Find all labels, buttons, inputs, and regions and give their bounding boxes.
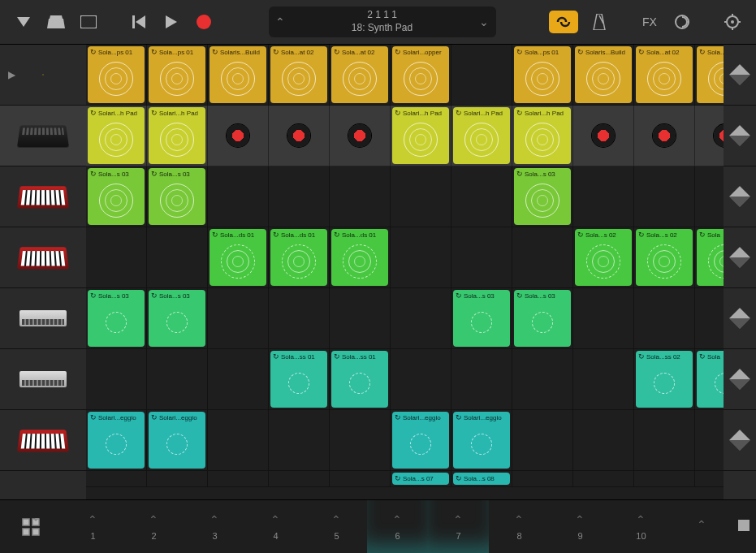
clip-cell[interactable]: Sola...ss 02 <box>636 351 693 408</box>
empty-cell[interactable] <box>208 471 269 487</box>
loop-browser-button[interactable] <box>671 11 693 33</box>
empty-cell[interactable] <box>391 288 451 349</box>
empty-cell[interactable] <box>86 471 147 487</box>
clip-cell[interactable]: Solari...eggio <box>453 412 510 469</box>
column-trigger[interactable]: ⌃8 <box>489 500 550 553</box>
lcd-next-icon[interactable]: ⌄ <box>479 15 489 28</box>
track-play-indicator[interactable]: ▶ <box>8 69 15 80</box>
empty-cell[interactable] <box>634 166 695 227</box>
fx-button[interactable]: FX <box>638 11 661 33</box>
scene-trigger[interactable] <box>724 45 756 106</box>
clip-cell[interactable]: Sola...s 03 <box>514 168 571 225</box>
column-trigger[interactable]: ⌃2 <box>123 500 184 553</box>
lcd-display[interactable]: ⌃ 2 1 1 1 18: Synth Pad ⌄ <box>269 6 496 37</box>
column-trigger[interactable]: ⌃6 <box>367 500 428 553</box>
empty-cell[interactable] <box>573 288 634 349</box>
empty-cell[interactable] <box>330 410 391 471</box>
clip-cell[interactable]: Sola...ds 01 <box>331 229 388 286</box>
empty-cell[interactable] <box>86 349 147 410</box>
empty-cell[interactable] <box>451 349 512 410</box>
scene-trigger[interactable] <box>724 288 756 349</box>
empty-cell[interactable] <box>451 166 512 227</box>
clip-cell[interactable]: Sola...s 03 <box>88 168 145 225</box>
track-header[interactable] <box>0 288 86 349</box>
clip-cell[interactable]: Solaris...Build <box>575 46 632 103</box>
empty-cell[interactable] <box>695 471 724 487</box>
track-header[interactable] <box>0 349 86 410</box>
empty-cell[interactable] <box>330 166 391 227</box>
empty-cell[interactable] <box>208 166 269 227</box>
empty-cell[interactable] <box>391 166 451 227</box>
scene-trigger[interactable] <box>724 166 756 227</box>
empty-cell[interactable] <box>86 227 147 288</box>
clip-cell[interactable]: Sola...s 02 <box>636 229 693 286</box>
empty-cell[interactable] <box>269 471 330 487</box>
empty-cell[interactable] <box>695 410 724 471</box>
scene-trigger[interactable] <box>724 227 756 288</box>
empty-cell[interactable] <box>634 410 695 471</box>
column-trigger[interactable]: ⌃10 <box>611 500 672 553</box>
empty-cell[interactable] <box>208 410 269 471</box>
lcd-prev-icon[interactable]: ⌃ <box>275 15 285 28</box>
empty-cell[interactable] <box>269 166 330 227</box>
track-header[interactable] <box>0 106 86 166</box>
metronome-button[interactable] <box>588 11 611 33</box>
track-header[interactable] <box>0 227 86 288</box>
clip-cell[interactable]: Solari...h Pad <box>514 107 571 164</box>
clip-cell[interactable]: Sola <box>697 229 724 286</box>
clip-cell[interactable]: Sola...ps 01 <box>149 46 205 103</box>
empty-cell[interactable] <box>208 349 269 410</box>
clip-cell[interactable]: Sola...ps 01 <box>88 46 145 103</box>
column-trigger[interactable]: ⌃9 <box>550 500 611 553</box>
scene-trigger[interactable] <box>724 106 756 166</box>
column-trigger[interactable]: ⌃3 <box>184 500 245 553</box>
clip-cell[interactable]: Sola <box>697 351 724 408</box>
clip-cell[interactable]: Sola...ps 01 <box>514 46 571 103</box>
clip-cell[interactable]: Sola...at 02 <box>636 46 693 103</box>
track-header[interactable]: ▶ <box>0 45 86 106</box>
clip-cell[interactable]: Solari...h Pad <box>453 107 510 164</box>
empty-cell[interactable] <box>147 471 208 487</box>
column-trigger[interactable]: ⌃ <box>672 500 732 553</box>
empty-record-slot[interactable] <box>210 107 266 164</box>
clip-cell[interactable]: Solari...h Pad <box>88 107 145 164</box>
notes-button[interactable] <box>77 11 100 33</box>
empty-cell[interactable] <box>208 288 269 349</box>
clip-cell[interactable]: Sola...at 02 <box>270 46 327 103</box>
empty-cell[interactable] <box>512 227 573 288</box>
empty-record-slot[interactable] <box>575 107 632 164</box>
empty-cell[interactable] <box>451 227 512 288</box>
empty-cell[interactable] <box>573 471 634 487</box>
clip-cell[interactable]: Sola...at 02 <box>697 46 724 103</box>
clip-cell[interactable]: Solaris...Build <box>210 46 266 103</box>
clip-cell[interactable]: Sola...s 02 <box>575 229 632 286</box>
loop-button[interactable] <box>549 11 578 33</box>
clip-cell[interactable]: Sola...ds 01 <box>270 229 327 286</box>
empty-record-slot[interactable] <box>697 107 724 164</box>
empty-record-slot[interactable] <box>331 107 388 164</box>
record-button[interactable] <box>192 11 215 33</box>
empty-cell[interactable] <box>147 227 208 288</box>
column-trigger[interactable]: ⌃4 <box>245 500 306 553</box>
stop-all-button[interactable] <box>738 520 750 534</box>
clip-cell[interactable]: Sola...s 08 <box>453 473 510 485</box>
play-button[interactable] <box>160 11 183 33</box>
scene-trigger[interactable] <box>724 349 756 410</box>
clip-cell[interactable]: Sola...ds 01 <box>210 229 266 286</box>
go-to-start-button[interactable] <box>127 11 150 33</box>
clip-cell[interactable]: Sola...at 02 <box>331 46 388 103</box>
library-button[interactable] <box>45 11 67 33</box>
empty-cell[interactable] <box>695 288 724 349</box>
clip-cell[interactable]: Sola...s 03 <box>453 290 510 347</box>
empty-cell[interactable] <box>512 410 573 471</box>
clip-cell[interactable]: Sola...s 03 <box>149 168 205 225</box>
clip-cell[interactable]: Solari...eggio <box>149 412 205 469</box>
track-header[interactable] <box>0 166 86 227</box>
empty-cell[interactable] <box>330 471 391 487</box>
empty-cell[interactable] <box>269 410 330 471</box>
empty-cell[interactable] <box>512 471 573 487</box>
empty-cell[interactable] <box>512 349 573 410</box>
scene-trigger[interactable] <box>724 410 756 471</box>
clip-cell[interactable]: Sola...s 03 <box>514 290 571 347</box>
empty-cell[interactable] <box>573 410 634 471</box>
